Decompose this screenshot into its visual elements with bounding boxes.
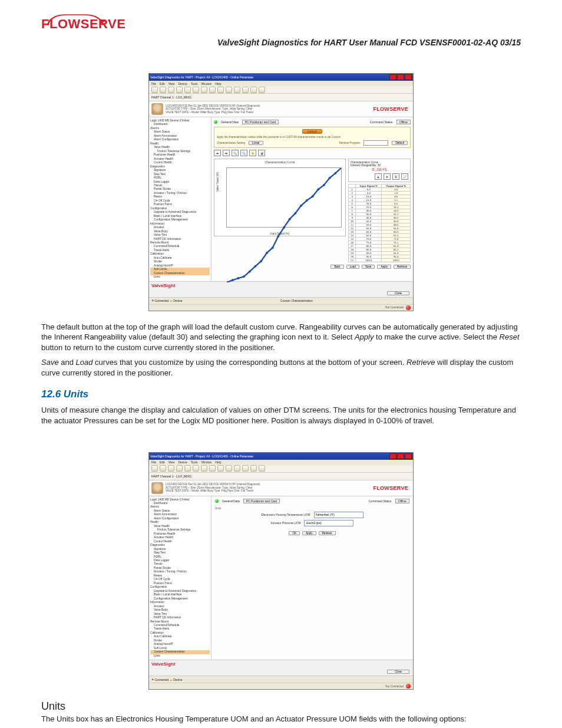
save-button[interactable]: Save	[362, 265, 375, 269]
toolbar-icon[interactable]	[201, 87, 207, 93]
toolbar-icon[interactable]	[234, 465, 240, 472]
linear-button[interactable]: Linear	[249, 141, 263, 145]
toolbar-icon[interactable]	[201, 465, 207, 472]
toolbar-icon[interactable]	[250, 465, 257, 472]
toolbar-icon[interactable]	[259, 465, 265, 472]
close-button[interactable]: Close	[387, 670, 409, 674]
status-led-icon	[214, 120, 217, 124]
invert-icon[interactable]: ⇅	[392, 173, 399, 180]
chart-tool-icon[interactable]: ➡	[223, 150, 230, 156]
toolbar-icon[interactable]	[234, 87, 240, 93]
navigation-tree[interactable]: Logix 1400 MD Device (Online)DashboardAl…	[149, 496, 211, 660]
toolbar-icon[interactable]	[217, 87, 224, 93]
retrieve-button[interactable]: Retrieve	[319, 531, 336, 535]
menu-item[interactable]: Help	[215, 460, 221, 464]
chart-zoom-icon[interactable]: 🔍	[240, 150, 247, 156]
default-button-2[interactable]: Default	[392, 141, 408, 145]
tab-label: General Data	[221, 120, 239, 124]
close-icon[interactable]	[405, 453, 412, 459]
close-button[interactable]: Close	[387, 291, 409, 295]
value-down-icon[interactable]: ▼	[384, 173, 391, 180]
tree-node[interactable]: Units	[150, 654, 210, 658]
connection-indicator-text: Not Connected	[385, 685, 404, 688]
toolbar-icon[interactable]	[217, 465, 224, 472]
toolbar-icon[interactable]	[250, 87, 257, 93]
toolbar-icon[interactable]	[259, 87, 265, 93]
toolbar-icon[interactable]	[151, 87, 158, 93]
maximize-icon[interactable]	[397, 453, 404, 459]
connection-status: Connected	[154, 299, 168, 302]
toolbar-icon[interactable]	[176, 87, 183, 93]
section-heading-12-6: 12.6 Units	[41, 388, 521, 400]
toolbar-icon[interactable]	[184, 87, 191, 93]
toolbar-icon[interactable]	[193, 87, 199, 93]
current-screen-label: Custom Characterization	[280, 299, 313, 302]
graph-icon[interactable]: 📈	[401, 173, 408, 180]
tab-button[interactable]: PC Positioner and Card	[243, 499, 280, 503]
rangeability-display: 9.5E+5	[351, 167, 408, 172]
menu-item[interactable]: File	[151, 460, 156, 464]
brand-logo: FLOWSERVE	[41, 17, 125, 32]
menu-item[interactable]: View	[168, 460, 175, 464]
hint-text: Apply the characterization values while …	[217, 136, 408, 139]
menu-item[interactable]: File	[151, 82, 156, 85]
menu-bar: FileEditViewDeviceToolsWindowHelp	[149, 81, 413, 86]
chart-zoom-icon[interactable]: 🔍	[232, 150, 239, 156]
menu-item[interactable]: Edit	[160, 460, 165, 464]
toolbar-icon[interactable]	[176, 465, 183, 472]
tree-node[interactable]: Units	[150, 275, 210, 279]
toolbar-icon[interactable]	[226, 87, 232, 93]
menu-item[interactable]: Device	[178, 460, 187, 464]
menu-item[interactable]: Window	[201, 82, 211, 85]
default-button[interactable]: Default	[302, 129, 322, 134]
window-title: ValveSight Diagnostics for HART - Projec…	[150, 75, 253, 79]
svg-point-5	[254, 265, 257, 268]
chart-hand-icon[interactable]: ✋	[249, 150, 256, 156]
value-up-icon[interactable]: ▲	[375, 173, 382, 180]
toolbar-icon[interactable]	[168, 87, 174, 93]
window-title: ValveSight Diagnostics for HART - Projec…	[150, 454, 253, 458]
menu-item[interactable]: Window	[201, 460, 211, 464]
close-icon[interactable]	[405, 74, 412, 80]
retrieve-progress-bar	[363, 140, 388, 146]
toolbar-icon[interactable]	[160, 87, 166, 93]
maximize-icon[interactable]	[397, 74, 404, 80]
minimize-icon[interactable]	[389, 74, 396, 80]
channel-bar: HART Channel 1 - LGX_MD01	[149, 94, 413, 101]
menu-item[interactable]: Edit	[160, 82, 165, 85]
apply-button[interactable]: Apply	[377, 265, 391, 269]
navigation-tree[interactable]: Logix 1400 MD Device (Online)DashboardAl…	[149, 117, 211, 281]
toolbar-icon[interactable]	[193, 465, 199, 472]
svg-point-2	[237, 277, 239, 279]
ok-button[interactable]: OK	[289, 531, 300, 535]
toolbar-icon[interactable]	[209, 465, 216, 472]
menu-item[interactable]: Help	[215, 82, 221, 85]
toolbar-icon[interactable]	[242, 465, 249, 472]
paragraph: The Units box has an Electronics Housing…	[41, 714, 521, 724]
chart-print-icon[interactable]: 🖨	[258, 150, 265, 156]
load-button[interactable]: Load	[346, 265, 359, 269]
paragraph: Save and Load curves that you customize …	[41, 357, 521, 378]
toolbar-icon[interactable]	[168, 465, 174, 472]
connection-status: Connected	[154, 678, 168, 681]
menu-item[interactable]: Device	[178, 82, 187, 85]
menu-item[interactable]: View	[168, 82, 175, 85]
temperature-uom-select[interactable]	[314, 512, 363, 518]
retrieve-button[interactable]: Retrieve	[394, 265, 411, 269]
toolbar-icon[interactable]	[184, 465, 191, 472]
tab-button[interactable]: PC Positioner and Card	[242, 120, 279, 124]
pressure-uom-select[interactable]	[304, 520, 353, 526]
svg-point-10	[283, 226, 285, 229]
minimize-icon[interactable]	[389, 453, 396, 459]
toolbar-icon[interactable]	[160, 465, 166, 472]
menu-item[interactable]: Tools	[191, 460, 198, 464]
toolbar-icon[interactable]	[226, 465, 232, 472]
brand-logo-text: FLOWSERVE	[41, 17, 125, 32]
toolbar-icon[interactable]	[209, 87, 216, 93]
toolbar-icon[interactable]	[242, 87, 249, 93]
device-info-line: VALVE TEST DATE – Model: Miller Body Typ…	[166, 111, 371, 114]
apply-button[interactable]: Apply	[302, 531, 316, 535]
menu-item[interactable]: Tools	[191, 82, 198, 85]
chart-tool-icon[interactable]: ⬅	[214, 150, 221, 156]
toolbar-icon[interactable]	[151, 465, 158, 472]
